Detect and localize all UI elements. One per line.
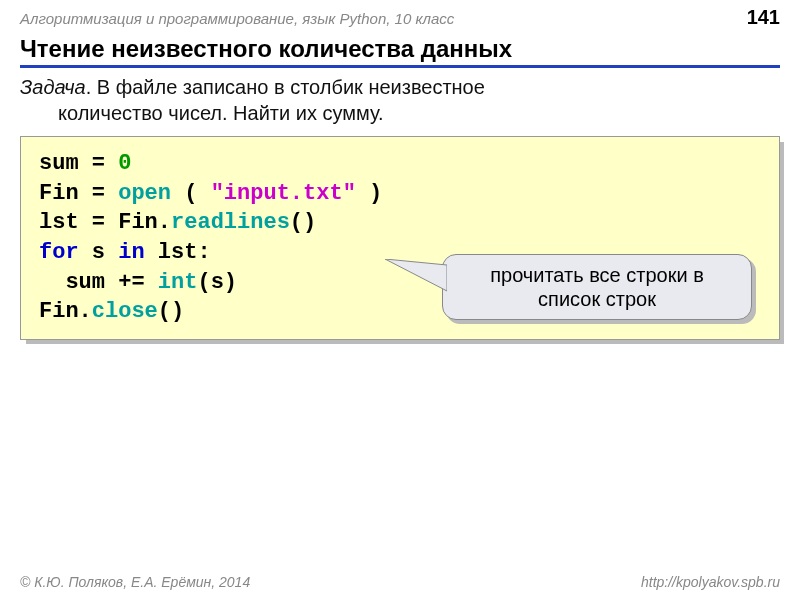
callout-text: прочитать все строки в список строк: [490, 264, 704, 310]
task-text: Задача. В файле записано в столбик неизв…: [20, 74, 780, 126]
callout: прочитать все строки в список строк: [442, 254, 752, 320]
slide-title: Чтение неизвестного количества данных: [20, 35, 780, 68]
slide-footer: © К.Ю. Поляков, Е.А. Ерёмин, 2014 http:/…: [20, 574, 780, 590]
code-block-wrap: sum = 0 Fin = open ( "input.txt" ) lst =…: [20, 136, 780, 340]
footer-url: http://kpolyakov.spb.ru: [641, 574, 780, 590]
slide-header: Алгоритмизация и программирование, язык …: [0, 0, 800, 33]
task-line1: . В файле записано в столбик неизвестное: [86, 76, 485, 98]
svg-marker-0: [385, 259, 447, 291]
page-number: 141: [747, 6, 780, 29]
task-line2: количество чисел. Найти их сумму.: [20, 100, 780, 126]
callout-bubble: прочитать все строки в список строк: [442, 254, 752, 320]
course-title: Алгоритмизация и программирование, язык …: [20, 10, 454, 27]
footer-copyright: © К.Ю. Поляков, Е.А. Ерёмин, 2014: [20, 574, 250, 590]
task-label: Задача: [20, 76, 86, 98]
